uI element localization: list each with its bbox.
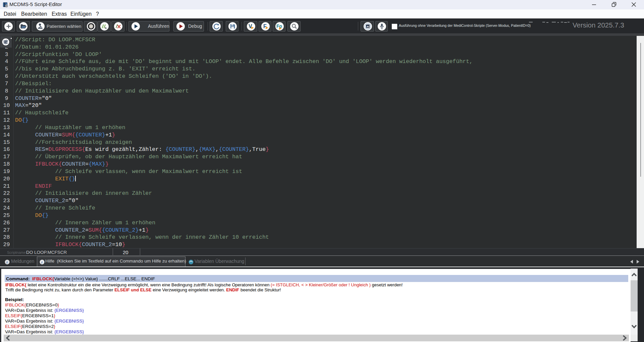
- svg-text:AI: AI: [366, 25, 369, 28]
